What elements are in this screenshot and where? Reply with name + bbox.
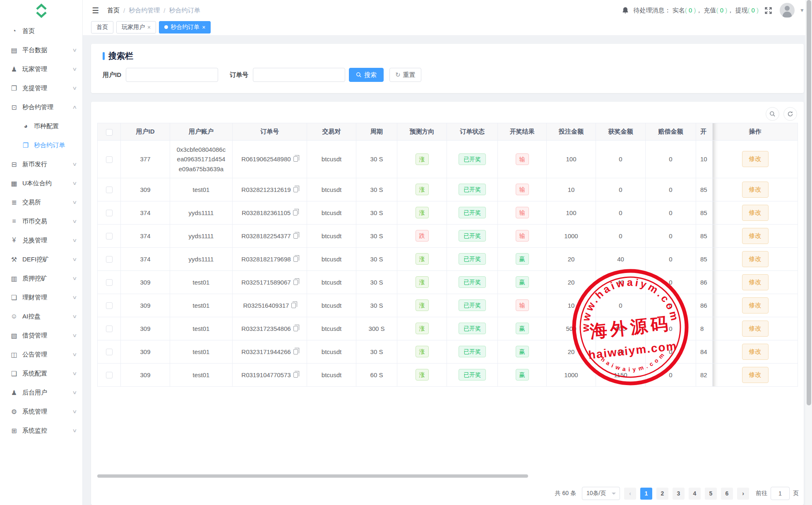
cell-user-id: 374 xyxy=(121,201,170,224)
row-checkbox[interactable] xyxy=(106,279,113,286)
edit-button[interactable]: 修改 xyxy=(742,251,769,267)
edit-button[interactable]: 修改 xyxy=(742,321,769,337)
horizontal-scrollbar-thumb[interactable] xyxy=(97,474,528,478)
cell-account: test01 xyxy=(170,317,233,340)
sidebar-item-AI控盘[interactable]: ☺ AI控盘 ∨ xyxy=(0,307,82,326)
copy-icon[interactable] xyxy=(293,349,298,354)
sidebar-item-质押挖矿[interactable]: ▥ 质押挖矿 ∨ xyxy=(0,269,82,288)
row-checkbox[interactable] xyxy=(106,325,113,332)
row-checkbox[interactable] xyxy=(106,156,113,163)
sidebar-item-币币交易[interactable]: ≡ 币币交易 ∨ xyxy=(0,212,82,231)
table-search-button[interactable] xyxy=(766,107,779,121)
sidebar-item-公告管理[interactable]: ◫ 公告管理 ∨ xyxy=(0,345,82,364)
page-button-5[interactable]: 5 xyxy=(705,488,717,500)
page-button-4[interactable]: 4 xyxy=(689,488,701,500)
tab-second-contract-order[interactable]: 秒合约订单 × xyxy=(159,21,211,34)
edit-button[interactable]: 修改 xyxy=(742,205,769,221)
sidebar-item-秒合约订单[interactable]: ❐ 秒合约订单 xyxy=(0,136,82,155)
sidebar-item-U本位合约[interactable]: ▦ U本位合约 ∨ xyxy=(0,174,82,193)
msg-recharge[interactable]: 充值 xyxy=(704,7,716,14)
sidebar-item-系统管理[interactable]: ⚙ 系统管理 ∨ xyxy=(0,402,82,421)
copy-icon[interactable] xyxy=(293,210,298,215)
row-checkbox[interactable] xyxy=(106,187,113,193)
edit-button[interactable]: 修改 xyxy=(742,151,769,167)
page-button-3[interactable]: 3 xyxy=(673,488,685,500)
msg-withdraw[interactable]: 提现 xyxy=(735,7,747,14)
cell-period: 30 S xyxy=(356,178,397,201)
search-button[interactable]: 搜索 xyxy=(349,68,384,82)
edit-button[interactable]: 修改 xyxy=(742,344,769,360)
user-id-input[interactable] xyxy=(126,68,218,82)
edit-button[interactable]: 修改 xyxy=(742,228,769,244)
edit-button[interactable]: 修改 xyxy=(742,297,769,314)
sidebar-item-玩家管理[interactable]: ♟ 玩家管理 ∨ xyxy=(0,60,82,79)
page-button-2[interactable]: 2 xyxy=(656,488,668,500)
goto-page-input[interactable] xyxy=(771,487,790,500)
breadcrumb-home[interactable]: 首页 xyxy=(107,7,120,14)
copy-icon[interactable] xyxy=(293,156,298,162)
reset-button[interactable]: ↻ 重置 xyxy=(389,68,421,82)
cell-bet-amount: 10 xyxy=(547,178,596,201)
sidebar-item-充提管理[interactable]: ❐ 充提管理 ∨ xyxy=(0,79,82,98)
vertical-scrollbar-thumb[interactable] xyxy=(807,0,811,405)
sidebar-item-首页[interactable]: ◔ 首页 xyxy=(0,22,82,41)
next-page-button[interactable]: › xyxy=(737,488,749,500)
admin-user-icon: ♟ xyxy=(10,389,18,397)
order-no-input[interactable] xyxy=(253,68,345,82)
close-icon[interactable]: × xyxy=(147,24,151,31)
prev-page-button[interactable]: ‹ xyxy=(624,488,636,500)
edit-button[interactable]: 修改 xyxy=(742,274,769,290)
user-avatar[interactable] xyxy=(780,3,795,18)
breadcrumb-item[interactable]: 秒合约管理 xyxy=(129,7,160,14)
tab-player-user[interactable]: 玩家用户 × xyxy=(116,21,156,34)
cell-period: 30 S xyxy=(356,294,397,317)
page-button-1[interactable]: 1 xyxy=(640,488,652,500)
sidebar-item-DEFI挖矿[interactable]: ⚒ DEFI挖矿 ∨ xyxy=(0,250,82,269)
avatar-caret-icon[interactable]: ▼ xyxy=(800,7,805,13)
edit-button[interactable]: 修改 xyxy=(742,182,769,198)
fullscreen-icon[interactable] xyxy=(764,7,772,14)
sidebar-item-系统监控[interactable]: ⊞ 系统监控 ∨ xyxy=(0,421,82,440)
row-checkbox[interactable] xyxy=(106,256,113,263)
copy-icon[interactable] xyxy=(293,233,298,239)
sidebar-item-后台用户[interactable]: ♟ 后台用户 ∨ xyxy=(0,383,82,402)
edit-button[interactable]: 修改 xyxy=(742,367,769,383)
sidebar-item-兑换管理[interactable]: ¥ 兑换管理 ∨ xyxy=(0,231,82,250)
copy-icon[interactable] xyxy=(293,372,298,378)
row-checkbox[interactable] xyxy=(106,372,113,378)
sidebar-item-借贷管理[interactable]: ▧ 借贷管理 ∨ xyxy=(0,326,82,345)
result-badge: 输 xyxy=(516,184,529,195)
row-checkbox[interactable] xyxy=(106,302,113,309)
sidebar-item-币种配置[interactable]: ◕ 币种配置 xyxy=(0,117,82,136)
select-all-checkbox[interactable] xyxy=(106,129,113,136)
close-icon[interactable]: × xyxy=(202,24,205,31)
chevron-icon: ∨ xyxy=(72,161,77,167)
copy-icon[interactable] xyxy=(293,326,298,331)
copy-icon[interactable] xyxy=(293,187,298,192)
sidebar-item-秒合约管理[interactable]: ⊡ 秒合约管理 ∧ xyxy=(0,98,82,117)
sidebar-item-交易所[interactable]: ≣ 交易所 ∨ xyxy=(0,193,82,212)
copy-icon[interactable] xyxy=(293,256,298,262)
row-checkbox[interactable] xyxy=(106,210,113,216)
page-size-select[interactable]: 10条/页 xyxy=(582,487,620,500)
copy-icon[interactable] xyxy=(293,280,298,285)
cell-period: 30 S xyxy=(356,224,397,247)
status-badge: 已开奖 xyxy=(459,323,486,334)
page-button-6[interactable]: 6 xyxy=(721,488,733,500)
sidebar-item-系统配置[interactable]: ❑ 系统配置 ∨ xyxy=(0,364,82,383)
direction-badge: 涨 xyxy=(416,153,429,165)
sidebar-item-新币发行[interactable]: ⊟ 新币发行 ∨ xyxy=(0,155,82,174)
bell-icon[interactable] xyxy=(621,6,629,14)
row-checkbox[interactable] xyxy=(106,233,113,239)
sidebar-item-理财管理[interactable]: ❏ 理财管理 ∨ xyxy=(0,288,82,307)
row-checkbox[interactable] xyxy=(106,349,113,355)
msg-realname[interactable]: 实名 xyxy=(673,7,685,14)
cell-bet-amount: 1000 xyxy=(547,363,596,386)
result-badge: 赢 xyxy=(516,346,529,357)
table-refresh-button[interactable] xyxy=(783,107,797,121)
tab-home[interactable]: 首页 xyxy=(91,21,113,34)
copy-icon[interactable] xyxy=(291,303,296,308)
sidebar-item-平台数据[interactable]: ▤ 平台数据 ∨ xyxy=(0,41,82,60)
table-row: 377 0x3cbfe0804086cea09635171d454e09a675… xyxy=(98,141,798,178)
sidebar-fold-icon[interactable]: ☰ xyxy=(92,6,99,15)
